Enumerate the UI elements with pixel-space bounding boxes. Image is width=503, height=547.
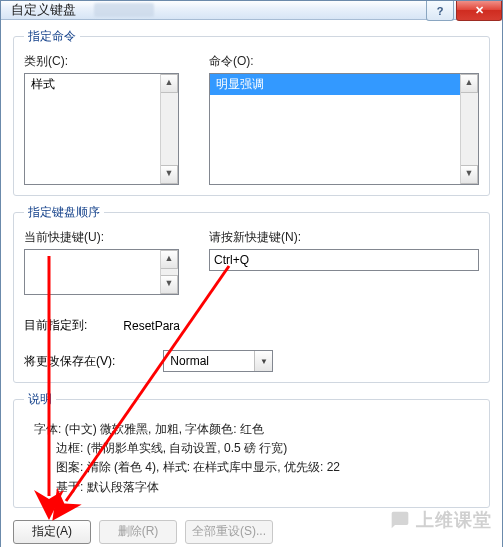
- dialog-buttons: 指定(A) 删除(R) 全部重设(S)...: [13, 516, 490, 544]
- description-line: 字体: (中文) 微软雅黑, 加粗, 字体颜色: 红色: [34, 420, 475, 439]
- scroll-up-icon[interactable]: ▲: [461, 74, 478, 93]
- currently-assigned-label: 目前指定到:: [24, 317, 87, 334]
- customize-keyboard-dialog: 自定义键盘 指定命令 类别(C): 样式 ▲ ▼: [0, 0, 503, 547]
- command-label: 命令(O):: [209, 53, 479, 70]
- titlebar-buttons: [426, 1, 502, 21]
- client-area: 指定命令 类别(C): 样式 ▲ ▼ 命令(O): 明显强调: [1, 20, 502, 547]
- description-line: 图案: 清除 (着色 4), 样式: 在样式库中显示, 优先级: 22: [34, 458, 475, 477]
- reset-all-button: 全部重设(S)...: [185, 520, 273, 544]
- category-listbox[interactable]: 样式 ▲ ▼: [24, 73, 179, 185]
- currently-assigned-value: ResetPara: [123, 319, 180, 333]
- press-new-key-label: 请按新快捷键(N):: [209, 229, 479, 246]
- scroll-down-icon[interactable]: ▼: [161, 275, 178, 294]
- current-keys-label: 当前快捷键(U):: [24, 229, 179, 246]
- save-in-combo-value: Normal: [164, 354, 254, 368]
- current-keys-listbox[interactable]: ▲ ▼: [24, 249, 179, 295]
- scroll-down-icon[interactable]: ▼: [161, 165, 178, 184]
- category-label: 类别(C):: [24, 53, 179, 70]
- scrollbar[interactable]: ▲ ▼: [460, 74, 478, 184]
- save-in-combo[interactable]: Normal ▼: [163, 350, 273, 372]
- close-button[interactable]: [456, 1, 502, 21]
- assign-button[interactable]: 指定(A): [13, 520, 91, 544]
- description-group: 说明 字体: (中文) 微软雅黑, 加粗, 字体颜色: 红色 边框: (带阴影单…: [13, 391, 490, 508]
- specify-command-legend: 指定命令: [24, 28, 80, 45]
- scrollbar[interactable]: ▲ ▼: [160, 74, 178, 184]
- scroll-up-icon[interactable]: ▲: [161, 74, 178, 93]
- window-title: 自定义键盘: [1, 1, 76, 19]
- help-button[interactable]: [426, 1, 454, 21]
- remove-button: 删除(R): [99, 520, 177, 544]
- new-shortcut-input[interactable]: [209, 249, 479, 271]
- titlebar-extra-blur: [94, 3, 154, 17]
- specify-command-group: 指定命令 类别(C): 样式 ▲ ▼ 命令(O): 明显强调: [13, 28, 490, 196]
- command-listbox[interactable]: 明显强调 ▲ ▼: [209, 73, 479, 185]
- keyboard-sequence-legend: 指定键盘顺序: [24, 204, 104, 221]
- description-line: 边框: (带阴影单实线, 自动设置, 0.5 磅 行宽): [34, 439, 475, 458]
- description-text: 字体: (中文) 微软雅黑, 加粗, 字体颜色: 红色 边框: (带阴影单实线,…: [24, 416, 479, 497]
- titlebar[interactable]: 自定义键盘: [1, 1, 502, 20]
- scrollbar[interactable]: ▲ ▼: [160, 250, 178, 294]
- save-changes-in-label: 将更改保存在(V):: [24, 353, 115, 370]
- chevron-down-icon[interactable]: ▼: [254, 351, 272, 371]
- category-list-item[interactable]: 样式: [25, 74, 178, 95]
- description-line: 基于: 默认段落字体: [34, 478, 475, 497]
- description-legend: 说明: [24, 391, 56, 408]
- command-list-item[interactable]: 明显强调: [210, 74, 478, 95]
- keyboard-sequence-group: 指定键盘顺序 当前快捷键(U): ▲ ▼ 请按新快捷键(N):: [13, 204, 490, 383]
- scroll-down-icon[interactable]: ▼: [461, 165, 478, 184]
- scroll-up-icon[interactable]: ▲: [161, 250, 178, 269]
